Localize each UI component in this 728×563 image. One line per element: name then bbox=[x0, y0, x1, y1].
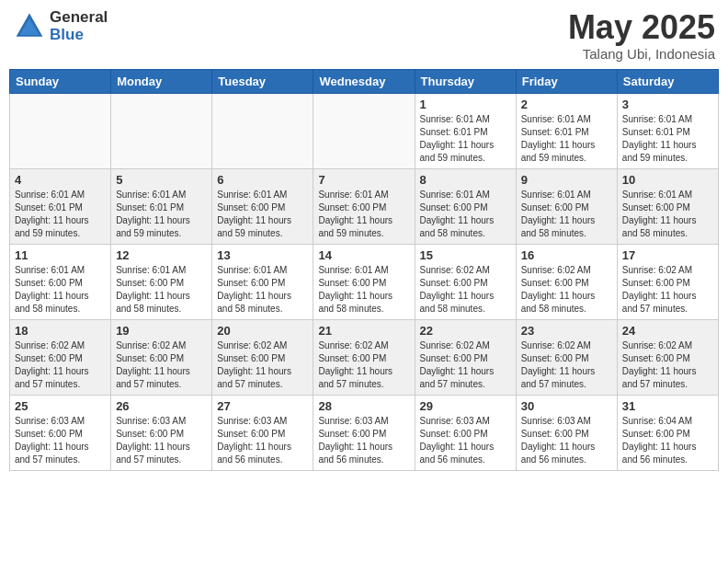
day-number: 25 bbox=[15, 399, 106, 413]
day-number: 29 bbox=[420, 399, 511, 413]
calendar-day-cell: 31Sunrise: 6:04 AMSunset: 6:00 PMDayligh… bbox=[617, 395, 718, 470]
calendar-day-cell: 30Sunrise: 6:03 AMSunset: 6:00 PMDayligh… bbox=[516, 395, 617, 470]
day-number: 15 bbox=[420, 248, 511, 262]
calendar-day-cell: 7Sunrise: 6:01 AMSunset: 6:00 PMDaylight… bbox=[313, 168, 415, 244]
day-number: 19 bbox=[116, 324, 207, 338]
calendar-week-row: 1Sunrise: 6:01 AMSunset: 6:01 PMDaylight… bbox=[10, 93, 719, 168]
calendar-day-cell: 9Sunrise: 6:01 AMSunset: 6:00 PMDaylight… bbox=[516, 168, 617, 244]
calendar-day-cell: 2Sunrise: 6:01 AMSunset: 6:01 PMDaylight… bbox=[516, 93, 617, 168]
calendar-day-cell: 18Sunrise: 6:02 AMSunset: 6:00 PMDayligh… bbox=[10, 319, 111, 395]
day-info: Sunrise: 6:02 AMSunset: 6:00 PMDaylight:… bbox=[318, 339, 409, 391]
calendar-day-cell bbox=[111, 93, 212, 168]
day-info: Sunrise: 6:02 AMSunset: 6:00 PMDaylight:… bbox=[420, 339, 511, 391]
calendar-day-cell: 29Sunrise: 6:03 AMSunset: 6:00 PMDayligh… bbox=[415, 395, 516, 470]
calendar-day-cell: 3Sunrise: 6:01 AMSunset: 6:01 PMDaylight… bbox=[617, 93, 718, 168]
calendar-day-cell: 8Sunrise: 6:01 AMSunset: 6:00 PMDaylight… bbox=[415, 168, 516, 244]
calendar-week-row: 11Sunrise: 6:01 AMSunset: 6:00 PMDayligh… bbox=[10, 244, 719, 319]
calendar-week-row: 18Sunrise: 6:02 AMSunset: 6:00 PMDayligh… bbox=[10, 319, 719, 395]
calendar-day-cell bbox=[313, 93, 415, 168]
day-info: Sunrise: 6:03 AMSunset: 6:00 PMDaylight:… bbox=[15, 415, 106, 466]
calendar-day-cell: 26Sunrise: 6:03 AMSunset: 6:00 PMDayligh… bbox=[111, 395, 212, 470]
calendar-day-cell: 14Sunrise: 6:01 AMSunset: 6:00 PMDayligh… bbox=[313, 244, 415, 319]
day-number: 23 bbox=[521, 324, 612, 338]
calendar-day-cell: 4Sunrise: 6:01 AMSunset: 6:01 PMDaylight… bbox=[10, 168, 111, 244]
calendar-day-cell: 19Sunrise: 6:02 AMSunset: 6:00 PMDayligh… bbox=[111, 319, 212, 395]
day-number: 30 bbox=[521, 399, 612, 413]
logo-text: General Blue bbox=[50, 9, 108, 43]
calendar-day-cell: 10Sunrise: 6:01 AMSunset: 6:00 PMDayligh… bbox=[617, 168, 718, 244]
day-info: Sunrise: 6:03 AMSunset: 6:00 PMDaylight:… bbox=[420, 415, 511, 466]
day-number: 28 bbox=[318, 399, 409, 413]
day-number: 11 bbox=[15, 248, 106, 262]
day-info: Sunrise: 6:02 AMSunset: 6:00 PMDaylight:… bbox=[116, 339, 207, 391]
title-month: May 2025 bbox=[568, 9, 715, 46]
calendar-header-row: SundayMondayTuesdayWednesdayThursdayFrid… bbox=[10, 69, 719, 93]
calendar-day-cell: 17Sunrise: 6:02 AMSunset: 6:00 PMDayligh… bbox=[617, 244, 718, 319]
day-number: 9 bbox=[521, 173, 612, 187]
weekday-header-saturday: Saturday bbox=[617, 69, 718, 93]
day-info: Sunrise: 6:01 AMSunset: 6:01 PMDaylight:… bbox=[15, 189, 106, 240]
day-number: 6 bbox=[217, 173, 308, 187]
calendar-week-row: 4Sunrise: 6:01 AMSunset: 6:01 PMDaylight… bbox=[10, 168, 719, 244]
calendar-week-row: 25Sunrise: 6:03 AMSunset: 6:00 PMDayligh… bbox=[10, 395, 719, 470]
calendar-day-cell bbox=[212, 93, 313, 168]
day-number: 13 bbox=[217, 248, 308, 262]
weekday-header-thursday: Thursday bbox=[415, 69, 516, 93]
day-info: Sunrise: 6:02 AMSunset: 6:00 PMDaylight:… bbox=[521, 339, 612, 391]
day-number: 8 bbox=[420, 173, 511, 187]
calendar-day-cell: 20Sunrise: 6:02 AMSunset: 6:00 PMDayligh… bbox=[212, 319, 313, 395]
day-number: 4 bbox=[15, 173, 106, 187]
weekday-header-sunday: Sunday bbox=[10, 69, 111, 93]
calendar-day-cell bbox=[10, 93, 111, 168]
day-info: Sunrise: 6:03 AMSunset: 6:00 PMDaylight:… bbox=[318, 415, 409, 466]
day-number: 10 bbox=[622, 173, 713, 187]
calendar-day-cell: 11Sunrise: 6:01 AMSunset: 6:00 PMDayligh… bbox=[10, 244, 111, 319]
day-info: Sunrise: 6:02 AMSunset: 6:00 PMDaylight:… bbox=[622, 339, 713, 391]
day-number: 12 bbox=[116, 248, 207, 262]
calendar-day-cell: 22Sunrise: 6:02 AMSunset: 6:00 PMDayligh… bbox=[415, 319, 516, 395]
day-info: Sunrise: 6:02 AMSunset: 6:00 PMDaylight:… bbox=[420, 264, 511, 316]
calendar-day-cell: 6Sunrise: 6:01 AMSunset: 6:00 PMDaylight… bbox=[212, 168, 313, 244]
day-info: Sunrise: 6:01 AMSunset: 6:00 PMDaylight:… bbox=[217, 264, 308, 316]
day-number: 14 bbox=[318, 248, 409, 262]
calendar-day-cell: 16Sunrise: 6:02 AMSunset: 6:00 PMDayligh… bbox=[516, 244, 617, 319]
title-block: May 2025 Talang Ubi, Indonesia bbox=[568, 9, 715, 62]
calendar-day-cell: 24Sunrise: 6:02 AMSunset: 6:00 PMDayligh… bbox=[617, 319, 718, 395]
day-info: Sunrise: 6:03 AMSunset: 6:00 PMDaylight:… bbox=[116, 415, 207, 466]
day-number: 27 bbox=[217, 399, 308, 413]
day-info: Sunrise: 6:02 AMSunset: 6:00 PMDaylight:… bbox=[217, 339, 308, 391]
day-info: Sunrise: 6:01 AMSunset: 6:01 PMDaylight:… bbox=[116, 189, 207, 240]
weekday-header-monday: Monday bbox=[111, 69, 212, 93]
calendar-day-cell: 25Sunrise: 6:03 AMSunset: 6:00 PMDayligh… bbox=[10, 395, 111, 470]
day-info: Sunrise: 6:01 AMSunset: 6:00 PMDaylight:… bbox=[318, 264, 409, 316]
calendar-day-cell: 13Sunrise: 6:01 AMSunset: 6:00 PMDayligh… bbox=[212, 244, 313, 319]
calendar-day-cell: 21Sunrise: 6:02 AMSunset: 6:00 PMDayligh… bbox=[313, 319, 415, 395]
day-info: Sunrise: 6:01 AMSunset: 6:01 PMDaylight:… bbox=[622, 113, 713, 165]
day-info: Sunrise: 6:01 AMSunset: 6:00 PMDaylight:… bbox=[420, 189, 511, 240]
day-number: 26 bbox=[116, 399, 207, 413]
page-header: General Blue May 2025 Talang Ubi, Indone… bbox=[9, 9, 719, 62]
day-number: 24 bbox=[622, 324, 713, 338]
day-info: Sunrise: 6:01 AMSunset: 6:00 PMDaylight:… bbox=[217, 189, 308, 240]
day-info: Sunrise: 6:01 AMSunset: 6:01 PMDaylight:… bbox=[420, 113, 511, 165]
day-info: Sunrise: 6:01 AMSunset: 6:00 PMDaylight:… bbox=[622, 189, 713, 240]
logo-icon bbox=[13, 10, 46, 43]
day-number: 20 bbox=[217, 324, 308, 338]
day-number: 18 bbox=[15, 324, 106, 338]
day-number: 7 bbox=[318, 173, 409, 187]
calendar-day-cell: 23Sunrise: 6:02 AMSunset: 6:00 PMDayligh… bbox=[516, 319, 617, 395]
day-number: 16 bbox=[521, 248, 612, 262]
day-number: 3 bbox=[622, 98, 713, 111]
day-number: 17 bbox=[622, 248, 713, 262]
day-number: 1 bbox=[420, 98, 511, 111]
day-info: Sunrise: 6:03 AMSunset: 6:00 PMDaylight:… bbox=[217, 415, 308, 466]
day-number: 2 bbox=[521, 98, 612, 111]
calendar-day-cell: 1Sunrise: 6:01 AMSunset: 6:01 PMDaylight… bbox=[415, 93, 516, 168]
logo-blue: Blue bbox=[50, 27, 108, 44]
calendar-day-cell: 12Sunrise: 6:01 AMSunset: 6:00 PMDayligh… bbox=[111, 244, 212, 319]
day-info: Sunrise: 6:01 AMSunset: 6:00 PMDaylight:… bbox=[15, 264, 106, 316]
day-info: Sunrise: 6:04 AMSunset: 6:00 PMDaylight:… bbox=[622, 415, 713, 466]
title-location: Talang Ubi, Indonesia bbox=[568, 46, 715, 62]
calendar-day-cell: 27Sunrise: 6:03 AMSunset: 6:00 PMDayligh… bbox=[212, 395, 313, 470]
logo-general: General bbox=[50, 9, 108, 27]
